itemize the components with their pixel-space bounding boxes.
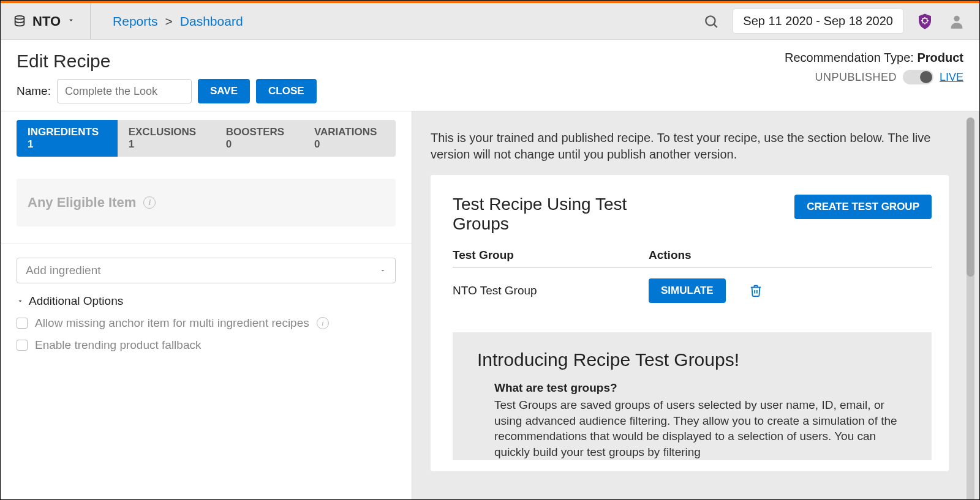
col-actions: Actions xyxy=(649,248,692,262)
checkbox-missing-anchor[interactable] xyxy=(17,318,28,329)
svg-point-1 xyxy=(706,16,715,25)
subheader-left: Edit Recipe Name: SAVE CLOSE xyxy=(17,51,317,103)
checkbox-row-1: Allow missing anchor item for multi ingr… xyxy=(17,316,396,330)
chevron-down-icon xyxy=(379,264,386,277)
checkbox-trending-fallback[interactable] xyxy=(17,340,28,351)
test-group-table: Test Group Actions NTO Test Group SIMULA… xyxy=(453,248,932,314)
svg-point-12 xyxy=(954,15,959,21)
breadcrumb-dashboard[interactable]: Dashboard xyxy=(180,14,243,29)
checkbox-label-1: Allow missing anchor item for multi ingr… xyxy=(35,316,309,330)
publish-toggle[interactable] xyxy=(903,70,933,84)
rec-type-value: Product xyxy=(917,51,963,64)
unpublished-label: UNPUBLISHED xyxy=(815,71,897,84)
toggle-knob xyxy=(920,71,932,83)
right-column: This is your trained and published recip… xyxy=(412,111,979,500)
eligible-item-box: Any Eligible Item i xyxy=(17,179,396,226)
additional-options-label: Additional Options xyxy=(29,294,123,308)
tabs-wrap: INGREDIENTS 1 EXCLUSIONS 1 BOOSTERS 0 VA… xyxy=(1,111,412,157)
save-button[interactable]: SAVE xyxy=(198,79,250,103)
rec-type-label: Recommendation Type: xyxy=(785,51,917,64)
create-test-group-button[interactable]: CREATE TEST GROUP xyxy=(794,195,932,219)
subheader-right: Recommendation Type: Product UNPUBLISHED… xyxy=(785,51,963,84)
intro-box: Introducing Recipe Test Groups! What are… xyxy=(453,332,932,460)
breadcrumb-separator: > xyxy=(165,14,173,29)
checkbox-row-2: Enable trending product fallback xyxy=(17,338,396,352)
main: INGREDIENTS 1 EXCLUSIONS 1 BOOSTERS 0 VA… xyxy=(1,111,979,500)
svg-line-11 xyxy=(922,22,923,23)
test-group-name: NTO Test Group xyxy=(453,284,649,297)
subheader: Edit Recipe Name: SAVE CLOSE Recommendat… xyxy=(1,40,979,111)
info-icon[interactable]: i xyxy=(317,317,329,329)
lower-left: Add ingredient Additional Options Allow … xyxy=(1,244,412,365)
intro-title: Introducing Recipe Test Groups! xyxy=(477,349,907,370)
left-column: INGREDIENTS 1 EXCLUSIONS 1 BOOSTERS 0 VA… xyxy=(1,111,412,500)
row-actions: SIMULATE xyxy=(649,278,763,303)
table-header: Test Group Actions xyxy=(453,248,932,267)
scrollbar-thumb[interactable] xyxy=(967,118,974,277)
publish-row: UNPUBLISHED LIVE xyxy=(815,70,963,84)
tab-variations[interactable]: VARIATIONS 0 xyxy=(303,120,396,157)
caret-down-icon xyxy=(17,294,24,308)
topbar-right: Sep 11 2020 - Sep 18 2020 xyxy=(701,9,967,34)
chevron-down-icon xyxy=(67,16,75,27)
svg-line-9 xyxy=(927,22,927,23)
topbar: NTO Reports > Dashboard Sep 11 2020 - Se… xyxy=(1,3,979,40)
recipe-tabs: INGREDIENTS 1 EXCLUSIONS 1 BOOSTERS 0 VA… xyxy=(17,120,396,157)
org-switcher[interactable]: NTO xyxy=(13,3,91,39)
test-groups-card: Test Recipe Using Test Groups CREATE TES… xyxy=(431,175,949,471)
add-ingredient-placeholder: Add ingredient xyxy=(26,264,101,277)
database-icon xyxy=(13,15,26,28)
svg-line-8 xyxy=(922,18,923,18)
date-range-picker[interactable]: Sep 11 2020 - Sep 18 2020 xyxy=(733,9,903,34)
breadcrumb: Reports > Dashboard xyxy=(113,14,243,29)
add-ingredient-dropdown[interactable]: Add ingredient xyxy=(17,258,396,283)
additional-options-toggle[interactable]: Additional Options xyxy=(17,294,396,308)
col-test-group: Test Group xyxy=(453,248,649,262)
eligible-item-label: Any Eligible Item xyxy=(28,195,136,211)
recipe-name-input[interactable] xyxy=(57,79,192,103)
card-title: Test Recipe Using Test Groups xyxy=(453,195,649,234)
recipe-description: This is your trained and published recip… xyxy=(412,111,979,175)
intro-subtitle: What are test groups? xyxy=(494,381,907,395)
checkbox-label-2: Enable trending product fallback xyxy=(35,338,201,352)
recommendation-type: Recommendation Type: Product xyxy=(785,51,963,65)
name-label: Name: xyxy=(17,84,51,98)
svg-point-0 xyxy=(15,15,24,19)
live-link[interactable]: LIVE xyxy=(940,71,963,84)
shield-gear-icon[interactable] xyxy=(914,11,935,32)
table-row: NTO Test Group SIMULATE xyxy=(453,267,932,314)
org-name: NTO xyxy=(32,13,61,29)
tab-boosters[interactable]: BOOSTERS 0 xyxy=(215,120,303,157)
info-icon[interactable]: i xyxy=(143,196,156,209)
scrollbar[interactable] xyxy=(967,118,974,500)
tab-ingredients[interactable]: INGREDIENTS 1 xyxy=(17,120,118,157)
search-icon[interactable] xyxy=(701,11,722,32)
close-button[interactable]: CLOSE xyxy=(256,79,317,103)
user-icon[interactable] xyxy=(946,11,967,32)
card-header: Test Recipe Using Test Groups CREATE TES… xyxy=(453,195,932,234)
page-title: Edit Recipe xyxy=(17,51,317,72)
svg-line-2 xyxy=(714,24,717,27)
trash-icon[interactable] xyxy=(749,284,763,297)
name-row: Name: SAVE CLOSE xyxy=(17,79,317,103)
simulate-button[interactable]: SIMULATE xyxy=(649,278,726,303)
intro-body: Test Groups are saved groups of users se… xyxy=(494,397,907,460)
breadcrumb-reports[interactable]: Reports xyxy=(113,14,158,29)
svg-line-10 xyxy=(927,18,927,18)
tab-exclusions[interactable]: EXCLUSIONS 1 xyxy=(118,120,215,157)
